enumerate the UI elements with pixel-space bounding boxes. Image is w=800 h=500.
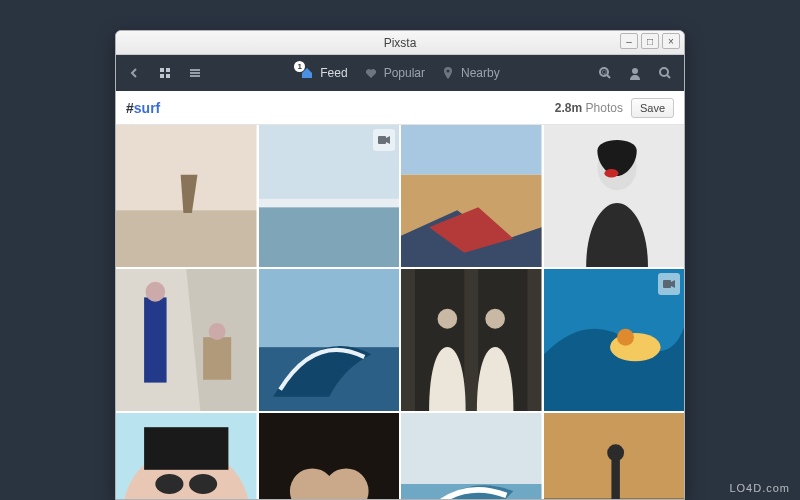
window-title: Pixsta (384, 36, 417, 50)
svg-rect-58 (611, 456, 619, 500)
save-button[interactable]: Save (631, 98, 674, 118)
photo-tile[interactable] (544, 125, 685, 267)
svg-point-10 (632, 68, 638, 74)
photo-tile[interactable] (259, 413, 400, 500)
photo-tile[interactable] (259, 269, 400, 411)
svg-point-42 (617, 329, 634, 346)
svg-rect-13 (116, 210, 257, 267)
photo-count: 2.8m Photos (555, 101, 623, 115)
svg-rect-43 (663, 280, 671, 288)
svg-point-7 (447, 70, 450, 73)
watermark: LO4D.com (729, 482, 790, 494)
svg-rect-31 (203, 337, 231, 380)
toolbar: 1 Feed Popular Nearby Q (116, 55, 684, 91)
list-icon (189, 67, 201, 79)
svg-point-30 (146, 282, 166, 302)
photo-tile[interactable] (401, 413, 542, 500)
home-icon: 1 (300, 66, 314, 80)
svg-point-38 (438, 309, 458, 329)
svg-rect-17 (259, 199, 400, 208)
svg-rect-54 (401, 413, 542, 484)
grid-view-button[interactable] (152, 60, 178, 86)
minimize-button[interactable]: – (620, 33, 638, 49)
profile-button[interactable] (622, 60, 648, 86)
nav-popular[interactable]: Popular (364, 66, 425, 80)
photo-tile[interactable] (401, 269, 542, 411)
photo-tile[interactable] (259, 125, 400, 267)
svg-marker-19 (386, 136, 390, 144)
photo-tile[interactable] (401, 125, 542, 267)
svg-rect-29 (144, 297, 166, 382)
svg-rect-33 (259, 269, 400, 347)
svg-rect-5 (190, 72, 200, 74)
titlebar: Pixsta – □ × (116, 31, 684, 55)
close-button[interactable]: × (662, 33, 680, 49)
nav-feed-label: Feed (320, 66, 347, 80)
photo-tile[interactable] (116, 125, 257, 267)
photo-tile[interactable] (116, 413, 257, 500)
list-view-button[interactable] (182, 60, 208, 86)
grid-icon (159, 67, 171, 79)
svg-rect-2 (160, 74, 164, 78)
video-indicator (658, 273, 680, 295)
hashtag-search-button[interactable]: Q (592, 60, 618, 86)
search-button[interactable] (652, 60, 678, 86)
svg-point-39 (485, 309, 505, 329)
svg-rect-49 (144, 427, 228, 470)
maximize-button[interactable]: □ (641, 33, 659, 49)
svg-text:Q: Q (602, 69, 607, 75)
video-icon (377, 133, 391, 147)
svg-rect-0 (160, 68, 164, 72)
svg-point-59 (607, 444, 624, 461)
svg-marker-44 (671, 280, 675, 288)
video-icon (662, 277, 676, 291)
tag-icon: Q (598, 66, 612, 80)
svg-point-32 (209, 323, 226, 340)
heart-icon (364, 66, 378, 80)
arrow-left-icon (129, 67, 141, 79)
svg-rect-4 (190, 69, 200, 71)
svg-rect-3 (166, 74, 170, 78)
photo-tile[interactable] (116, 269, 257, 411)
svg-point-48 (189, 474, 217, 494)
app-window: Pixsta – □ × 1 Feed (115, 30, 685, 500)
location-icon (441, 66, 455, 80)
svg-rect-1 (166, 68, 170, 72)
photo-tile[interactable] (544, 269, 685, 411)
nav-nearby-label: Nearby (461, 66, 500, 80)
photo-tile[interactable] (544, 413, 685, 500)
user-icon (628, 66, 642, 80)
svg-point-26 (604, 169, 618, 178)
search-icon (658, 66, 672, 80)
nav-nearby[interactable]: Nearby (441, 66, 500, 80)
video-indicator (373, 129, 395, 151)
svg-rect-18 (378, 136, 386, 144)
svg-point-11 (660, 68, 668, 76)
subheader: #surf 2.8m Photos Save (116, 91, 684, 125)
nav-popular-label: Popular (384, 66, 425, 80)
back-button[interactable] (122, 60, 148, 86)
photo-grid (116, 125, 684, 500)
svg-rect-16 (259, 203, 400, 267)
nav-feed[interactable]: 1 Feed (300, 66, 347, 80)
hashtag-label: #surf (126, 100, 160, 116)
svg-rect-20 (401, 125, 542, 175)
svg-point-47 (155, 474, 183, 494)
svg-rect-6 (190, 75, 200, 77)
